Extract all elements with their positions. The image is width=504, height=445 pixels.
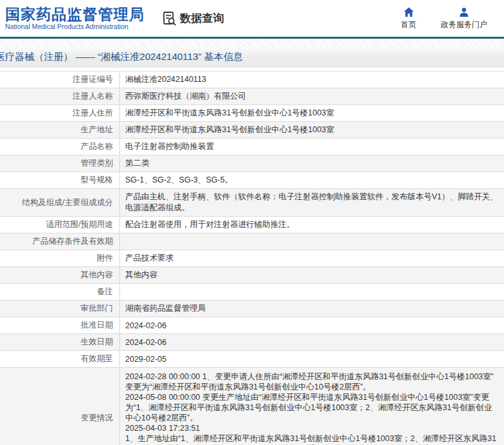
row-value: 2029-02-05 xyxy=(120,351,504,367)
data-query-button[interactable]: 数据查询 xyxy=(163,11,224,26)
row-value xyxy=(120,284,504,300)
row-value: 2024-02-28 00:00:00 1、变更申请人住所由“湘潭经开区和平街道… xyxy=(120,368,504,445)
row-label: 生产地址 xyxy=(0,122,120,138)
row-value: 西弥斯医疗科技（湖南）有限公司 xyxy=(120,88,504,104)
nmpa-logo[interactable]: 国家药品监督管理局 National Medical Products Admi… xyxy=(5,6,145,31)
nav-home[interactable]: 首页 xyxy=(401,7,416,30)
table-row: 产品储存条件及有效期 xyxy=(0,233,504,250)
row-value: 湖南省药品监督管理局 xyxy=(120,301,504,317)
data-query-label: 数据查询 xyxy=(180,11,224,26)
row-label: 审批部门 xyxy=(0,301,120,317)
registration-info-table: 注册证编号 湘械注准20242140113 注册人名称 西弥斯医疗科技（湖南）有… xyxy=(0,71,504,445)
table-row: 有效期至 2029-02-05 xyxy=(0,351,504,368)
row-label: 结构及组成/主要组成成分 xyxy=(0,189,120,216)
row-label: 适用范围/预期用途 xyxy=(0,217,120,233)
site-header: 国家药品监督管理局 National Medical Products Admi… xyxy=(0,0,504,37)
hatch-band xyxy=(0,39,504,46)
row-value: 产品技术要求 xyxy=(120,250,504,266)
table-row: 审批部门 湖南省药品监督管理局 xyxy=(0,301,504,317)
row-label: 备注 xyxy=(0,284,120,300)
logo-subtitle: National Medical Products Administration xyxy=(5,23,145,31)
row-value: 湘潭经开区和平街道东风路31号创新创业中心1号楼1003室 xyxy=(120,122,504,138)
row-value: SG-1、SG-2、SG-3、SG-5。 xyxy=(120,172,504,188)
row-value: 2024-02-06 xyxy=(120,334,504,350)
table-row: 注册证编号 湘械注准20242140113 xyxy=(0,72,504,88)
table-row: 其他内容 其他内容 xyxy=(0,267,504,284)
table-row: 变更情况 2024-02-28 00:00:00 1、变更申请人住所由“湘潭经开… xyxy=(0,368,504,445)
home-icon xyxy=(403,7,414,17)
row-label: 有效期至 xyxy=(0,351,120,367)
row-label: 型号规格 xyxy=(0,172,120,188)
row-label: 注册证编号 xyxy=(0,72,120,88)
row-value: 其他内容 xyxy=(120,267,504,283)
table-row: 附件 产品技术要求 xyxy=(0,250,504,267)
row-value: 湘械注准20242140113 xyxy=(120,72,504,88)
row-label: 批准日期 xyxy=(0,317,120,333)
row-label: 产品储存条件及有效期 xyxy=(0,233,120,250)
nav-home-label: 首页 xyxy=(401,19,416,30)
table-row: 批准日期 2024-02-06 xyxy=(0,317,504,334)
page-title-bar: 医疗器械（注册） —— “湘械注准20242140113” 基本信息 xyxy=(0,46,504,68)
row-value: 配合注射器使用，用于对注射器进行辅助推注。 xyxy=(120,217,504,233)
row-value: 产品由主机、注射手柄、软件（软件名称：电子注射器控制助推装置软件，发布版本号V1… xyxy=(120,189,504,216)
header-nav: 首页 政务服务门户 xyxy=(401,7,487,30)
person-icon xyxy=(459,7,469,17)
table-row: 注册人名称 西弥斯医疗科技（湖南）有限公司 xyxy=(0,88,504,105)
row-label: 其他内容 xyxy=(0,267,120,283)
table-row: 注册人住所 湘潭经开区和平街道东风路31号创新创业中心1号楼1003室 xyxy=(0,105,504,122)
table-row: 生效日期 2024-02-06 xyxy=(0,334,504,351)
page-title: 医疗器械（注册） —— “湘械注准20242140113” 基本信息 xyxy=(0,51,243,63)
row-value: 湘潭经开区和平街道东风路31号创新创业中心1号楼1003室 xyxy=(120,105,504,121)
row-label: 变更情况 xyxy=(0,368,120,445)
row-value: 电子注射器控制助推装置 xyxy=(120,139,504,155)
row-value xyxy=(120,233,504,250)
table-row: 产品名称 电子注射器控制助推装置 xyxy=(0,139,504,155)
nav-portal[interactable]: 政务服务门户 xyxy=(441,7,487,30)
table-row: 管理类别 第二类 xyxy=(0,155,504,172)
table-row: 结构及组成/主要组成成分 产品由主机、注射手柄、软件（软件名称：电子注射器控制助… xyxy=(0,189,504,217)
row-label: 注册人住所 xyxy=(0,105,120,121)
row-value: 第二类 xyxy=(120,155,504,172)
row-label: 管理类别 xyxy=(0,155,120,172)
row-label: 产品名称 xyxy=(0,139,120,155)
logo-title: 国家药品监督管理局 xyxy=(5,6,145,23)
table-row: 备注 xyxy=(0,284,504,301)
row-label: 生效日期 xyxy=(0,334,120,350)
document-search-icon xyxy=(163,11,177,26)
table-row: 型号规格 SG-1、SG-2、SG-3、SG-5。 xyxy=(0,172,504,189)
row-label: 注册人名称 xyxy=(0,88,120,104)
table-row: 生产地址 湘潭经开区和平街道东风路31号创新创业中心1号楼1003室 xyxy=(0,122,504,139)
row-label: 附件 xyxy=(0,250,120,266)
row-value: 2024-02-06 xyxy=(120,317,504,333)
nav-portal-label: 政务服务门户 xyxy=(441,19,487,30)
table-row: 适用范围/预期用途 配合注射器使用，用于对注射器进行辅助推注。 xyxy=(0,217,504,233)
